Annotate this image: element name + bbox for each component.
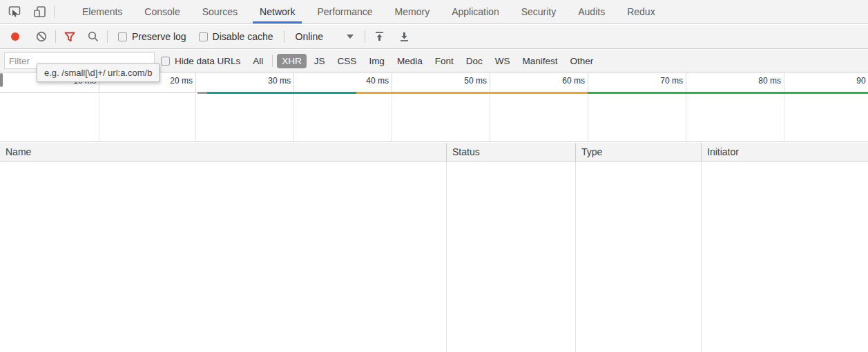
tab-security[interactable]: Security [510, 0, 568, 23]
hide-data-urls-checkbox[interactable] [161, 57, 170, 66]
filter-type-other[interactable]: Other [565, 54, 598, 68]
filter-type-css[interactable]: CSS [333, 54, 362, 68]
toolbar-separator [107, 30, 108, 43]
ruler-tick-label: 50 ms [438, 76, 487, 86]
filter-type-img[interactable]: Img [364, 54, 389, 68]
overview-gridline [392, 94, 392, 141]
filter-type-all[interactable]: All [248, 54, 268, 68]
column-divider [701, 162, 702, 352]
disable-cache-toggle[interactable]: Disable cache [199, 31, 273, 42]
requests-table-body[interactable] [0, 162, 868, 352]
ruler-gridline [392, 73, 392, 92]
overview-gridline [99, 94, 99, 141]
ruler-tick-label: 60 ms [537, 76, 585, 86]
tab-performance[interactable]: Performance [306, 0, 383, 23]
toolbar-separator [55, 30, 56, 43]
column-header-initiator[interactable]: Initiator [701, 143, 868, 161]
tab-console[interactable]: Console [133, 0, 191, 23]
column-divider [446, 162, 447, 352]
clear-icon[interactable] [32, 28, 51, 45]
export-har-icon[interactable] [369, 28, 389, 45]
filter-type-js[interactable]: JS [309, 54, 330, 68]
tab-sources[interactable]: Sources [191, 0, 249, 23]
column-header-name[interactable]: Name [0, 143, 446, 161]
ruler-gridline [686, 73, 686, 92]
overview-gridline [588, 94, 588, 141]
preserve-log-label: Preserve log [132, 31, 186, 42]
search-icon[interactable] [84, 28, 103, 45]
overview-gridline [490, 94, 490, 141]
inspect-icon[interactable] [4, 3, 25, 21]
ruler-gridline [784, 73, 784, 92]
overview-graph[interactable] [0, 94, 868, 142]
ruler-tick-label: 30 ms [242, 76, 291, 86]
overview-gridline [195, 94, 196, 141]
column-header-type[interactable]: Type [575, 143, 701, 161]
hide-data-urls-label: Hide data URLs [175, 56, 240, 66]
toolbar-separator [365, 30, 365, 43]
preserve-log-checkbox[interactable] [118, 32, 127, 41]
tab-redux[interactable]: Redux [616, 0, 666, 23]
tab-elements[interactable]: Elements [71, 0, 133, 23]
tab-application[interactable]: Application [441, 0, 510, 23]
overview-resize-handle[interactable] [0, 73, 3, 87]
tab-audits[interactable]: Audits [567, 0, 616, 23]
disable-cache-label: Disable cache [213, 31, 273, 42]
record-icon[interactable] [6, 28, 25, 45]
filter-tooltip: e.g. /small[\d]+/ url:a.com/b [37, 63, 160, 82]
ruler-gridline [293, 73, 294, 92]
toolbar-separator [284, 30, 284, 43]
filter-type-manifest[interactable]: Manifest [517, 54, 562, 68]
filter-funnel-icon[interactable] [60, 28, 79, 45]
column-header-status[interactable]: Status [446, 143, 575, 161]
main-toolbar: ElementsConsoleSourcesNetworkPerformance… [0, 0, 868, 24]
tab-strip: ElementsConsoleSourcesNetworkPerformance… [71, 0, 666, 23]
requests-table-header: NameStatusTypeInitiator [0, 143, 868, 162]
overview-gridline [686, 94, 686, 141]
throttling-value: Online [296, 31, 323, 42]
tab-network[interactable]: Network [249, 0, 306, 23]
filter-type-font[interactable]: Font [430, 54, 459, 68]
ruler-tick-label: 70 ms [635, 76, 683, 86]
ruler-gridline [490, 73, 490, 92]
filter-type-ws[interactable]: WS [490, 54, 515, 68]
device-toolbar-icon[interactable] [29, 3, 50, 21]
network-toolbar: Preserve log Disable cache Online [0, 25, 868, 49]
ruler-gridline [588, 73, 588, 92]
filter-type-media[interactable]: Media [392, 54, 427, 68]
column-divider [575, 162, 576, 352]
overview-gridline [784, 94, 784, 141]
preserve-log-toggle[interactable]: Preserve log [118, 31, 186, 42]
ruler-gridline [195, 73, 196, 92]
chevron-down-icon [347, 35, 354, 39]
filter-type-doc[interactable]: Doc [461, 54, 488, 68]
filter-separator [272, 55, 273, 67]
ruler-tick-label: 80 ms [733, 76, 781, 86]
ruler-tick-label: 40 ms [340, 76, 389, 86]
import-har-icon[interactable] [394, 28, 414, 45]
filter-tooltip-text: e.g. /small[\d]+/ url:a.com/b [44, 68, 152, 78]
resource-type-filters: AllXHRJSCSSImgMediaFontDocWSManifestOthe… [247, 54, 599, 68]
filter-type-xhr[interactable]: XHR [277, 54, 307, 68]
overview-gridline [293, 94, 294, 141]
devtools-window: ElementsConsoleSourcesNetworkPerformance… [0, 0, 868, 352]
toolbar-separator [54, 6, 55, 18]
tab-memory[interactable]: Memory [384, 0, 441, 23]
hide-data-urls-toggle[interactable]: Hide data URLs [161, 56, 240, 66]
ruler-tick-label: 90 ms [831, 76, 868, 86]
throttling-select[interactable]: Online [296, 31, 354, 42]
disable-cache-checkbox[interactable] [199, 32, 208, 41]
